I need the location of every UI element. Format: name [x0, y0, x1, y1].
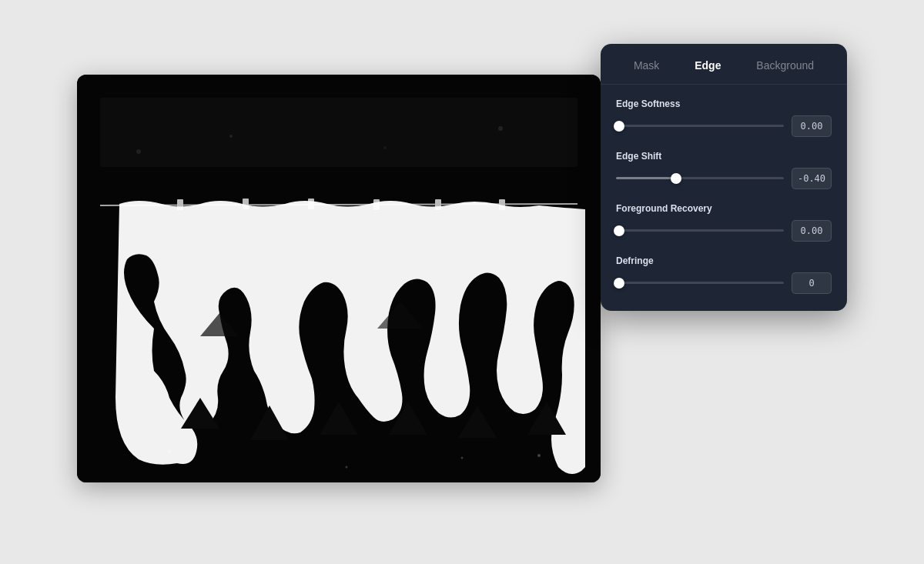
edge-shift-label: Edge Shift — [616, 151, 832, 162]
foreground-recovery-slider[interactable] — [616, 229, 784, 232]
edge-shift-row: -0.40 — [616, 168, 832, 189]
edge-shift-value[interactable]: -0.40 — [792, 168, 832, 189]
mask-canvas — [77, 75, 601, 482]
edge-shift-slider[interactable] — [616, 177, 784, 179]
tab-background[interactable]: Background — [750, 56, 820, 75]
edge-softness-thumb[interactable] — [614, 121, 624, 132]
edge-softness-slider[interactable] — [616, 125, 784, 127]
defringe-label: Defringe — [616, 255, 832, 266]
defringe-row: 0 — [616, 272, 832, 294]
edge-shift-fill — [616, 177, 676, 179]
edge-softness-group: Edge Softness 0.00 — [616, 98, 832, 137]
edge-softness-row: 0.00 — [616, 115, 832, 137]
tabs-container: Mask Edge Background — [601, 44, 847, 85]
scene: Mask Edge Background Edge Softness 0.00 … — [77, 44, 847, 521]
svg-point-21 — [168, 450, 171, 453]
svg-rect-1 — [100, 98, 578, 167]
foreground-recovery-label: Foreground Recovery — [616, 203, 832, 214]
edge-softness-value[interactable]: 0.00 — [792, 115, 832, 137]
defringe-value[interactable]: 0 — [792, 272, 832, 294]
svg-point-19 — [383, 146, 387, 149]
settings-panel: Mask Edge Background Edge Softness 0.00 … — [601, 44, 847, 311]
tab-edge[interactable]: Edge — [688, 56, 727, 75]
foreground-recovery-value[interactable]: 0.00 — [792, 220, 832, 242]
edge-shift-group: Edge Shift -0.40 — [616, 151, 832, 189]
svg-point-22 — [346, 466, 348, 468]
edge-softness-label: Edge Softness — [616, 98, 832, 109]
svg-point-17 — [136, 149, 141, 154]
svg-point-18 — [229, 135, 233, 138]
foreground-recovery-row: 0.00 — [616, 220, 832, 242]
defringe-thumb[interactable] — [614, 278, 624, 289]
svg-point-20 — [498, 126, 503, 131]
controls-container: Edge Softness 0.00 Edge Shift — [601, 85, 847, 311]
foreground-recovery-group: Foreground Recovery 0.00 — [616, 203, 832, 242]
svg-point-24 — [537, 454, 541, 457]
tab-mask[interactable]: Mask — [628, 56, 665, 75]
defringe-group: Defringe 0 — [616, 255, 832, 294]
image-panel — [77, 75, 601, 482]
foreground-recovery-thumb[interactable] — [614, 225, 624, 236]
edge-shift-thumb[interactable] — [671, 173, 681, 184]
svg-point-23 — [461, 456, 464, 459]
defringe-slider[interactable] — [616, 282, 784, 284]
